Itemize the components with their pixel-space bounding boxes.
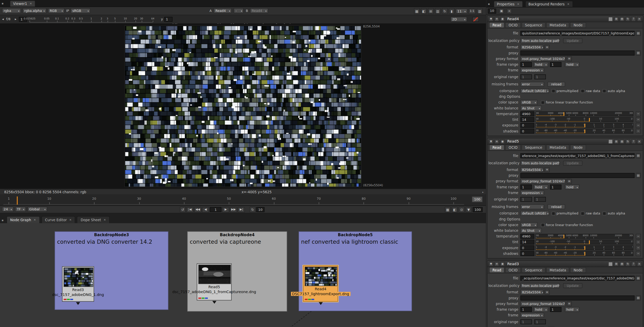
localization-policy-dropdown[interactable]: from auto-localize path▾	[520, 161, 560, 166]
timecode-mode-dropdown[interactable]: TF▾	[15, 207, 26, 212]
tab-curve-editor[interactable]: Curve Editor×	[41, 216, 75, 223]
slider-handle[interactable]	[563, 112, 564, 116]
timeline[interactable]: 1102030405060708090100 100	[0, 194, 486, 206]
localization-policy-dropdown[interactable]: from auto-localize path▾	[520, 283, 560, 288]
proxy-format-sync-icon[interactable]: ≡	[567, 179, 572, 184]
node-read4-selected[interactable]: Read4 DSC7157_lightroomExport.dng	[303, 265, 338, 302]
close-icon[interactable]: ×	[103, 218, 106, 222]
force-linear-checkbox[interactable]	[541, 100, 544, 104]
close-icon[interactable]: ×	[637, 17, 641, 21]
center-in-dag-icon[interactable]: ⊞	[614, 17, 618, 21]
proxy-input[interactable]	[520, 173, 635, 178]
prev-keyframe-button[interactable]: ◀◀	[194, 207, 201, 212]
frame-range-start-input[interactable]: 1	[520, 62, 532, 67]
panel-tab-ocio[interactable]: OCIO	[505, 22, 521, 28]
file-input[interactable]: quisition/raw/reference_images/test/expo…	[520, 31, 635, 36]
slider-handle[interactable]	[589, 118, 590, 122]
center-in-dag-icon[interactable]: ⊞	[614, 139, 618, 144]
panel-tab-ocio[interactable]: OCIO	[505, 145, 521, 150]
gain-next-icon[interactable]: ▸	[15, 17, 16, 21]
frame-range-start-mode-dropdown[interactable]: hold▾	[534, 184, 548, 189]
collapse-arrow-icon[interactable]: ▼	[489, 139, 493, 144]
layout-columns-icon[interactable]: ▥	[477, 8, 482, 14]
color-space-dropdown[interactable]: sRGB▾	[520, 100, 538, 105]
exposure-slider[interactable]: -5-4-3-2-1012345	[536, 245, 633, 250]
exposure-slider[interactable]: -5-4-3-2-1012345	[536, 123, 633, 128]
shadows-input[interactable]: 0	[520, 251, 534, 256]
download-icon[interactable]: ▼	[466, 207, 472, 212]
slider-handle[interactable]	[589, 240, 590, 244]
format-dropdown[interactable]: 8256x5504▾	[520, 167, 543, 172]
backdrop-node4[interactable]: BackdropNode4 converted via captureone R…	[187, 231, 287, 311]
blend-mode-dropdown[interactable]: -▾	[234, 8, 244, 13]
proxy-input[interactable]	[520, 50, 635, 55]
animation-curve-icon[interactable]: ~	[636, 234, 641, 239]
float-panel-icon[interactable]: ▤	[620, 17, 624, 21]
center-in-dag-icon[interactable]: ⊞	[614, 262, 618, 266]
auto-alpha-checkbox[interactable]	[603, 89, 606, 93]
frame-mode-dropdown[interactable]: expression▾	[520, 313, 544, 318]
animation-curve-icon[interactable]: ~	[636, 129, 641, 133]
end-frame-input[interactable]: 100	[473, 207, 483, 212]
temperature-slider[interactable]: 200030004000500060008000100002000030000	[536, 234, 633, 239]
collapse-arrow-icon[interactable]: ▼	[489, 17, 493, 21]
tab-node-graph[interactable]: Node Graph×	[6, 216, 40, 223]
tab-properties[interactable]: Properties×	[494, 1, 523, 7]
panel-tab-read[interactable]: Read	[489, 145, 504, 150]
colorspace-dropdown[interactable]: default (sRGB)▾	[520, 211, 549, 216]
proxy-input[interactable]	[520, 295, 635, 300]
alpha-channel-dropdown[interactable]: rgba.alpha▾	[22, 8, 46, 13]
proxy-format-dropdown[interactable]: root.proxy_format 1024x778▾	[520, 301, 566, 306]
panel-menu-icon[interactable]: ▪	[2, 2, 4, 5]
proxy-browser-icon[interactable]: ▤	[636, 173, 641, 178]
proxy-format-sync-icon[interactable]: ≡	[567, 56, 572, 61]
revert-icon[interactable]: ↻	[626, 262, 630, 266]
prev-frame-button[interactable]: ◀	[202, 207, 209, 212]
close-icon[interactable]: ×	[637, 139, 641, 144]
roi-icon[interactable]: ⊞	[428, 8, 434, 14]
panel-menu-icon[interactable]: ▪	[2, 219, 4, 222]
panel-tab-node[interactable]: Node	[570, 267, 586, 273]
format-sync-icon[interactable]: ≡	[545, 45, 550, 50]
raw-data-checkbox[interactable]	[581, 89, 585, 93]
node-read5[interactable]: Read5 dsc_7157_adobeDNG_1_fromCaptureone…	[197, 263, 232, 300]
slider-handle[interactable]	[585, 246, 585, 250]
viewer-canvas[interactable]: 8256,5504 (8256x5504)	[0, 24, 486, 189]
frame-range-start-mode-dropdown[interactable]: hold▾	[534, 62, 548, 67]
loop-mode-icon[interactable]: ↻	[250, 207, 255, 212]
premultiplied-checkbox[interactable]	[552, 211, 555, 215]
animation-curve-icon[interactable]: ~	[636, 240, 641, 244]
frame-range-end-input[interactable]: 1	[550, 62, 561, 67]
loop-frames-input[interactable]: 10	[256, 207, 264, 212]
panel-tab-metadata[interactable]: Metadata	[546, 267, 569, 273]
gain-prev-icon[interactable]: ◂	[2, 17, 4, 21]
max-panels-input[interactable]: 10	[488, 9, 496, 13]
flipbook-icon[interactable]: ▦	[445, 207, 451, 212]
lock-range-icon[interactable]: ⊙	[459, 207, 465, 212]
node-color-swatch[interactable]	[608, 17, 613, 21]
force-linear-checkbox[interactable]	[541, 223, 544, 227]
pause-icon[interactable]: ▮	[449, 8, 454, 14]
viewer-image[interactable]	[124, 25, 361, 187]
node-output-connector[interactable]	[76, 302, 80, 305]
zoom-dropdown[interactable]: 11▾	[456, 9, 467, 13]
frame-range-start-input[interactable]: 1	[520, 184, 532, 189]
input-b-dropdown[interactable]: Read4▾	[250, 8, 268, 13]
fps-dropdown[interactable]: 24▾	[2, 207, 13, 212]
shadows-input[interactable]: 0	[520, 129, 534, 133]
backdrop-node3[interactable]: BackdropNode3 converted via DNG converte…	[55, 231, 168, 310]
tab-viewer1[interactable]: Viewer1 ×	[10, 1, 35, 7]
help-icon[interactable]: ?	[631, 262, 636, 266]
white-balance-dropdown[interactable]: As Shot▾	[520, 106, 542, 110]
checkerboard-icon[interactable]: ▦	[414, 8, 420, 14]
display-channel-dropdown[interactable]: RGB▾	[48, 8, 65, 13]
format-sync-icon[interactable]: ≡	[545, 290, 550, 295]
backdrop-node5[interactable]: BackdropNode5 nef converted via lightroo…	[299, 231, 412, 311]
frame-mode-dropdown[interactable]: expression▾	[520, 190, 544, 195]
playhead[interactable]	[17, 196, 18, 205]
file-input[interactable]: eference_images/test/export/dsc_7157_ado…	[520, 153, 635, 158]
revert-icon[interactable]: ↻	[626, 17, 630, 21]
close-icon[interactable]: ×	[29, 2, 32, 5]
frame-range-end-input[interactable]: 1	[550, 184, 561, 189]
tint-slider[interactable]: -150-100-50050100150	[536, 240, 633, 244]
